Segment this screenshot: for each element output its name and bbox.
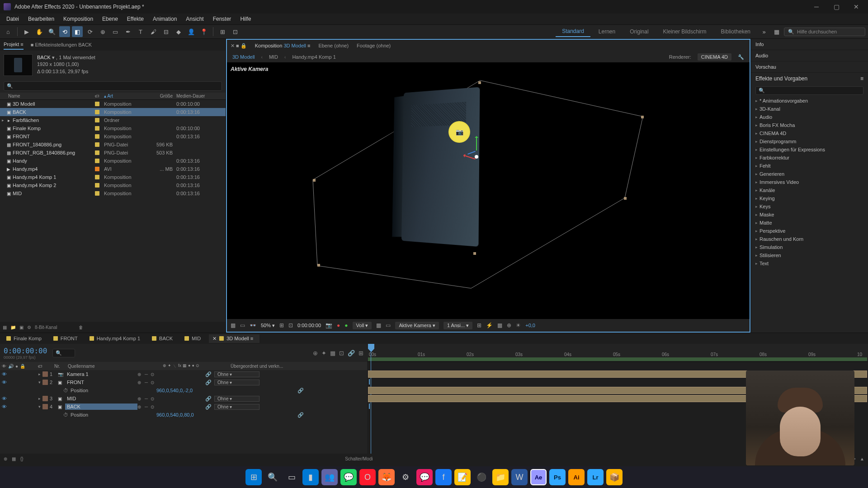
orbit-tool[interactable]: ⟲ [59,26,70,37]
tl-btn-5[interactable]: 🔗 [348,350,355,357]
tl-btn-2[interactable]: ✦ [321,350,326,357]
effect-category[interactable]: ▸CINEMA 4D [751,129,868,137]
menu-effekte[interactable]: Effekte [123,14,148,24]
mask-toggle[interactable]: ▭ [240,322,245,328]
menu-bearbeiten[interactable]: Bearbeiten [24,14,59,24]
effect-category[interactable]: ▸Perspektive [751,227,868,235]
effect-category[interactable]: ▸Keying [751,194,868,202]
tl-footer-btn-2[interactable]: ▦ [12,456,16,461]
property-row[interactable]: ⏱Position960,0,540,0,-2,0🔗 [0,386,367,394]
timeline-search[interactable]: 🔍 [52,349,75,357]
effect-category[interactable]: ▸Simulation [751,243,868,251]
workspace-standard[interactable]: Standard [556,26,590,37]
hand-tool[interactable]: ✋ [34,26,45,37]
alpha-toggle[interactable]: ▦ [231,322,236,328]
taskbar-search[interactable]: 🔍 [264,469,281,485]
menu-datei[interactable]: Datei [2,14,24,24]
breadcrumb-1[interactable]: MID [269,54,278,60]
layer-handle[interactable] [313,179,316,182]
channel-green[interactable]: ● [344,322,348,328]
zoom-in-icon[interactable]: ▲ [860,456,864,461]
panel-preview[interactable]: Vorschau [751,61,868,73]
taskbar-teams[interactable]: 👥 [321,469,338,485]
channel-red[interactable]: ● [337,322,340,328]
camera-select[interactable]: Aktive Kamera ▾ [395,322,439,329]
layer-track[interactable] [367,362,868,370]
layer-row[interactable]: 👁▸3▣MID⊕─⊙🔗Ohne ▾ [0,394,367,403]
tl-btn-3[interactable]: ▦ [330,350,335,357]
menu-animation[interactable]: Animation [148,14,181,24]
maximize-button[interactable]: ▢ [828,1,844,12]
property-row[interactable]: ⏱Position960,0,540,0,80,0🔗 [0,411,367,419]
pen-tool[interactable]: ✒ [123,26,133,37]
settings-icon[interactable]: ⚙ [27,325,31,330]
taskbar-ps[interactable]: Ps [549,469,566,485]
tl-footer-btn-1[interactable]: ⊕ [4,456,7,461]
taskbar-app[interactable]: ▮ [302,469,319,485]
layer-handle[interactable] [478,81,481,84]
zoom-level[interactable]: 50% ▾ [261,323,275,328]
effects-search[interactable]: 🔍 [755,86,863,95]
res-toggle[interactable]: ⊞ [279,322,284,328]
tab-layer[interactable]: Ebene (ohne) [318,43,349,48]
exposure-reset[interactable]: ☀ [516,322,521,328]
breadcrumb-0[interactable]: 3D Modell [232,54,255,60]
trash-icon[interactable]: 🗑 [79,325,83,330]
project-item[interactable]: ▣HandyKomposition0:00:13:16 [0,157,226,165]
project-item[interactable]: ▣BACKKomposition0:00:13:16 [0,108,226,116]
work-area-bar[interactable] [368,357,867,361]
taskbar-facebook[interactable]: f [435,469,452,485]
layer-row[interactable]: 👁▾2▣FRONT⊕─⊙🔗Ohne ▾ [0,378,367,386]
resolution-select[interactable]: Voll ▾ [353,322,372,329]
pixel-aspect[interactable]: ⊞ [477,322,481,328]
shape-tool[interactable]: ▭ [110,26,121,37]
project-file-list[interactable]: ▣3D ModellKomposition0:00:10:00▣BACKKomp… [0,100,226,322]
tl-btn-4[interactable]: ⊡ [339,350,344,357]
selection-tool[interactable]: ▶ [21,26,32,37]
tab-effect-settings[interactable]: ■ Effekteinstellungen BACK [31,40,92,49]
workspace-kleiner[interactable]: Kleiner Bildschirm [657,27,713,37]
3d-view-icon[interactable]: ▭ [386,322,391,328]
tab-composition[interactable]: Komposition 3D Modell ≡ [255,43,311,48]
effect-category[interactable]: ▸Maske [751,211,868,219]
views-select[interactable]: 1 Ansi... ▾ [443,322,472,329]
project-item[interactable]: ▣FRONTKomposition0:00:13:16 [0,132,226,141]
roto-tool[interactable]: 👤 [186,26,197,37]
timeline-icon[interactable]: ▦ [497,322,502,328]
comp-lock-icon[interactable]: ✕ ■ 🔒 [231,43,247,49]
timeline-timecode[interactable]: 0:00:00:00 [4,347,47,355]
effect-category[interactable]: ▸* Animationsvorgaben [751,97,868,105]
help-search[interactable]: 🔍 Hilfe durchsuchen [784,28,865,36]
composition-viewport[interactable]: Aktive Kamera 📷 [227,62,750,319]
workspace-bibliotheken[interactable]: Bibliotheken [715,27,757,37]
workspace-reset[interactable]: ▦ [771,26,782,37]
effect-category[interactable]: ▸Einstellungen für Expressions [751,145,868,154]
project-item[interactable]: ▣3D ModellKomposition0:00:10:00 [0,100,226,108]
transparency-grid[interactable]: ▦ [376,322,381,328]
taskbar-opera[interactable]: O [359,469,376,485]
layer-handle[interactable] [473,252,476,255]
menu-fenster[interactable]: Fenster [208,14,236,24]
puppet-tool[interactable]: 📍 [198,26,209,37]
close-button[interactable]: ✕ [848,1,864,12]
snap-toggle[interactable]: ⊞ [217,26,228,37]
taskbar-explorer[interactable]: 📁 [492,469,509,485]
workspace-original[interactable]: Original [623,27,655,37]
bit-depth[interactable]: 8-Bit-Kanal [35,325,57,330]
snapshot-icon[interactable]: 📷 [326,322,332,328]
new-comp-icon[interactable]: ▣ [19,325,24,330]
menu-ebene[interactable]: Ebene [98,14,123,24]
layer-row[interactable]: 👁▾4▣BACK⊕─⊙🔗Ohne ▾ [0,403,367,411]
camera-tool[interactable]: ◧ [72,26,83,37]
taskbar-app2[interactable]: ⚙ [397,469,414,485]
roi-toggle[interactable]: ⊡ [288,322,293,328]
taskbar-notes[interactable]: 📝 [454,469,471,485]
menu-komposition[interactable]: Komposition [59,14,98,24]
effect-category[interactable]: ▸Rauschen und Korn [751,235,868,243]
effect-category[interactable]: ▸Boris FX Mocha [751,121,868,129]
project-item[interactable]: ▣MIDKomposition0:00:13:16 [0,189,226,197]
snap-option[interactable]: ⊡ [230,26,241,37]
taskbar-app3[interactable]: 📦 [606,469,623,485]
panel-audio[interactable]: Audio [751,50,868,61]
interpret-icon[interactable]: ▦ [3,325,7,330]
